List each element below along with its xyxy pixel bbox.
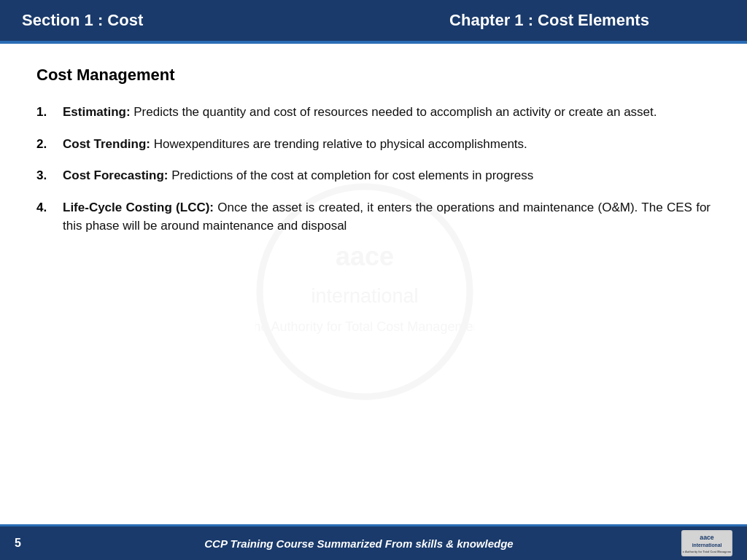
list-item: 4. Life-Cycle Costing (LCC): Once the as… xyxy=(36,198,711,236)
list-item: 3. Cost Forecasting: Predictions of the … xyxy=(36,166,711,185)
item-label-3: Cost Forecasting: xyxy=(63,168,169,182)
item-content-4: Life-Cycle Costing (LCC): Once the asset… xyxy=(63,198,711,236)
header-section-label: Section 1 : Cost xyxy=(22,11,374,30)
item-text-3: Predictions of the cost at completion fo… xyxy=(169,168,534,182)
item-number-3: 3. xyxy=(36,166,63,185)
item-content-3: Cost Forecasting: Predictions of the cos… xyxy=(63,166,711,185)
svg-text:international: international xyxy=(311,285,418,307)
svg-text:aace: aace xyxy=(700,534,714,541)
item-number-2: 2. xyxy=(36,135,63,154)
item-text-1: Predicts the quantity and cost of resour… xyxy=(131,105,657,119)
svg-text:The Authority for Total Cost M: The Authority for Total Cost Management xyxy=(683,550,731,553)
svg-text:international: international xyxy=(692,542,722,548)
item-content-1: Estimating: Predicts the quantity and co… xyxy=(63,103,711,122)
items-list: 1. Estimating: Predicts the quantity and… xyxy=(36,103,711,236)
item-text-2: Howexpenditures are trending relative to… xyxy=(150,137,527,151)
item-number-1: 1. xyxy=(36,103,63,122)
item-number-4: 4. xyxy=(36,198,63,236)
item-content-2: Cost Trending: Howexpenditures are trend… xyxy=(63,135,711,154)
item-label-4: Life-Cycle Costing (LCC): xyxy=(63,201,214,214)
section-title: Cost Management xyxy=(36,66,711,85)
header-chapter-label: Chapter 1 : Cost Elements xyxy=(374,11,725,30)
svg-text:The Authority for Total Cost M: The Authority for Total Cost Management xyxy=(255,319,474,334)
page-number: 5 xyxy=(15,537,36,550)
header: Section 1 : Cost Chapter 1 : Cost Elemen… xyxy=(0,0,747,41)
list-item: 1. Estimating: Predicts the quantity and… xyxy=(36,103,711,122)
footer: 5 CCP Training Course Summarized From sk… xyxy=(0,526,747,560)
item-label-2: Cost Trending: xyxy=(63,137,150,151)
main-content: Cost Management 1. Estimating: Predicts … xyxy=(0,44,747,263)
list-item: 2. Cost Trending: Howexpenditures are tr… xyxy=(36,135,711,154)
footer-center-text: CCP Training Course Summarized From skil… xyxy=(36,537,681,550)
item-label-1: Estimating: xyxy=(63,105,131,119)
footer-logo: aace international The Authority for Tot… xyxy=(681,530,732,556)
